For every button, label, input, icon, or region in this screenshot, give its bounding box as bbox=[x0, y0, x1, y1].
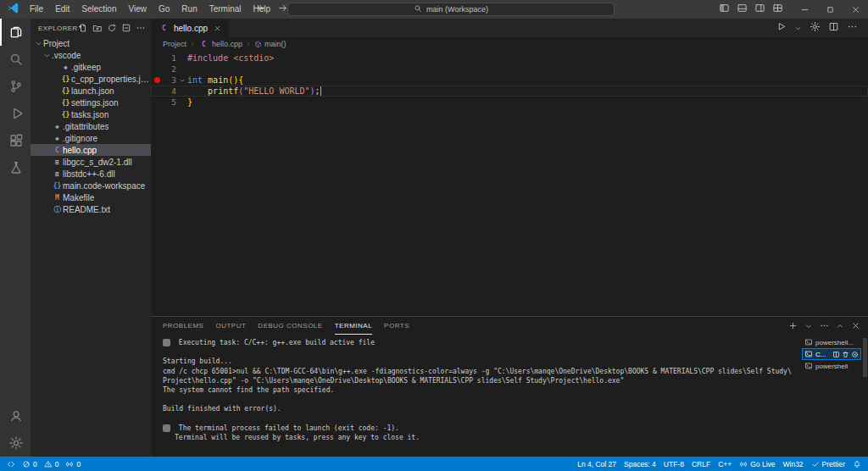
activitybar-search[interactable] bbox=[0, 46, 31, 73]
terminal-dropdown-button[interactable] bbox=[804, 319, 813, 334]
activitybar-extensions[interactable] bbox=[0, 127, 31, 154]
code-line-5[interactable]: 5} bbox=[151, 97, 868, 108]
maximize-panel-button[interactable] bbox=[836, 319, 844, 334]
back-button[interactable] bbox=[256, 2, 267, 17]
tree-item-gitignore[interactable]: ◆.gitignore bbox=[31, 132, 151, 144]
breadcrumb-project[interactable]: Project bbox=[163, 40, 186, 48]
activitybar-source-control[interactable] bbox=[0, 73, 31, 100]
more-icon bbox=[847, 21, 858, 32]
code-line-2[interactable]: 2 bbox=[151, 64, 868, 75]
terminal-tab-label: powershell... bbox=[815, 339, 854, 346]
tab-hello-cpp[interactable]: C hello.cpp bbox=[151, 19, 229, 37]
collapse-folders-button[interactable] bbox=[120, 22, 132, 34]
terminal-scrollbar[interactable] bbox=[863, 338, 867, 377]
run-settings-button[interactable] bbox=[810, 20, 821, 36]
status-warnings[interactable]: 0 bbox=[44, 460, 59, 468]
tree-item-libstdc-6-dll[interactable]: ≡libstdc++-6.dll bbox=[31, 168, 151, 180]
activitybar-account[interactable] bbox=[0, 402, 31, 429]
line-number: 5 bbox=[163, 97, 176, 107]
tree-item-launch-json[interactable]: {}launch.json bbox=[31, 85, 151, 97]
activitybar-run-debug[interactable] bbox=[0, 100, 31, 127]
code-line-4[interactable]: 4 printf("HELLO WORLD"); bbox=[151, 86, 868, 97]
files-icon bbox=[8, 25, 24, 40]
menu-terminal[interactable]: Terminal bbox=[203, 0, 248, 19]
toggle-secondary-sidebar-button[interactable] bbox=[754, 2, 765, 17]
close-window-button[interactable] bbox=[843, 0, 868, 19]
status-ports[interactable]: 0 bbox=[65, 460, 81, 468]
status-cursor-position[interactable]: Ln 4, Col 27 bbox=[577, 460, 616, 468]
maximize-button[interactable] bbox=[817, 0, 843, 19]
terminal-split-button[interactable] bbox=[832, 351, 840, 358]
status-remote[interactable] bbox=[7, 460, 15, 468]
terminal-tab-c[interactable]: C... bbox=[802, 348, 861, 360]
tree-item-project[interactable]: Project bbox=[31, 37, 151, 49]
tree-item-gitkeep[interactable]: ◆.gitkeep bbox=[31, 61, 151, 73]
activitybar-testing[interactable] bbox=[0, 154, 31, 181]
terminal-tab-powershell[interactable]: powershell... bbox=[802, 336, 861, 348]
run-dropdown-button[interactable] bbox=[794, 20, 802, 36]
tree-item-makefile[interactable]: MMakefile bbox=[31, 191, 151, 203]
tree-item-c-cpp-properties-json[interactable]: {}c_cpp_properties.json bbox=[31, 73, 151, 85]
tree-item-gitattributes[interactable]: ◆.gitattributes bbox=[31, 120, 151, 132]
new-file-button[interactable] bbox=[77, 22, 89, 34]
testing-icon bbox=[8, 160, 24, 175]
menu-selection[interactable]: Selection bbox=[75, 0, 122, 19]
breadcrumb-main[interactable]: main() bbox=[254, 40, 287, 48]
code-line-1[interactable]: 1#include <cstdio> bbox=[151, 53, 868, 64]
terminal-output[interactable]: Executing task: C/C++: g++.exe build act… bbox=[163, 338, 800, 442]
status-platform[interactable]: Win32 bbox=[783, 460, 804, 468]
code-editor[interactable]: 1#include <cstdio>23int main(){4 printf(… bbox=[151, 53, 868, 108]
tree-item-vscode[interactable]: .vscode bbox=[31, 49, 151, 61]
status-indentation[interactable]: Spaces: 4 bbox=[624, 460, 656, 468]
status-go-live[interactable]: Go Live bbox=[739, 460, 775, 468]
breadcrumb-hello-cpp[interactable]: Chello.cpp bbox=[198, 40, 242, 48]
panel-tab-terminal[interactable]: TERMINAL bbox=[335, 317, 372, 335]
refresh-explorer-button[interactable] bbox=[106, 22, 118, 34]
status-eol[interactable]: CRLF bbox=[692, 460, 710, 468]
fold-gutter[interactable] bbox=[176, 77, 187, 84]
panel-tab-ports[interactable]: PORTS bbox=[384, 317, 409, 335]
tab-close-icon[interactable] bbox=[214, 25, 221, 32]
panel-tab-problems[interactable]: PROBLEMS bbox=[163, 317, 203, 335]
menu-view[interactable]: View bbox=[123, 0, 153, 19]
activitybar-explorer[interactable] bbox=[0, 19, 31, 46]
status-language-mode[interactable]: C++ bbox=[718, 460, 732, 468]
split-editor-button[interactable] bbox=[828, 20, 839, 36]
toggle-sidebar-button[interactable] bbox=[719, 2, 730, 17]
tree-item-main-code-workspace[interactable]: {}main.code-workspace bbox=[31, 180, 151, 191]
activitybar-settings[interactable] bbox=[0, 429, 31, 457]
customize-layout-button[interactable] bbox=[772, 2, 783, 17]
panel-more-button[interactable] bbox=[820, 319, 829, 334]
tree-item-settings-json[interactable]: {}settings.json bbox=[31, 97, 151, 108]
tree-item-hello-cpp[interactable]: Chello.cpp bbox=[31, 144, 151, 156]
menu-edit[interactable]: Edit bbox=[49, 0, 75, 19]
menu-go[interactable]: Go bbox=[153, 0, 175, 19]
code-line-3[interactable]: 3int main(){ bbox=[151, 75, 868, 86]
breakpoint-gutter[interactable] bbox=[151, 77, 163, 83]
tree-item-libgcc-s-dw2-1-dll[interactable]: ≡libgcc_s_dw2-1.dll bbox=[31, 156, 151, 168]
status-encoding[interactable]: UTF-8 bbox=[664, 460, 684, 468]
terminal-tab-powershell[interactable]: powershell bbox=[802, 360, 861, 372]
tree-item-tasks-json[interactable]: {}tasks.json bbox=[31, 108, 151, 120]
explorer-more-button[interactable] bbox=[135, 22, 147, 34]
terminal-close-circle-button[interactable] bbox=[851, 351, 859, 358]
menu-file[interactable]: File bbox=[24, 0, 49, 19]
new-terminal-button[interactable] bbox=[788, 319, 798, 334]
command-center-search[interactable]: main (Workspace) bbox=[287, 3, 615, 16]
status-errors[interactable]: 0 bbox=[22, 460, 37, 468]
new-folder-button[interactable] bbox=[92, 22, 103, 34]
tree-item-label: tasks.json bbox=[71, 110, 108, 119]
status-notifications[interactable] bbox=[853, 460, 861, 468]
panel-tab-output[interactable]: OUTPUT bbox=[215, 317, 246, 335]
menu-run[interactable]: Run bbox=[175, 0, 203, 19]
run-file-button[interactable] bbox=[776, 20, 787, 36]
minimize-button[interactable] bbox=[792, 0, 817, 19]
panel-tab-debug-console[interactable]: DEBUG CONSOLE bbox=[258, 317, 322, 335]
toggle-panel-button[interactable] bbox=[737, 2, 748, 17]
tree-item-readme-txt[interactable]: ⓘREADME.txt bbox=[31, 203, 151, 215]
terminal-trash-button[interactable] bbox=[842, 351, 849, 358]
layout-right-icon bbox=[754, 3, 765, 14]
editor-more-button[interactable] bbox=[847, 20, 858, 36]
close-panel-button[interactable] bbox=[851, 319, 860, 334]
status-prettier[interactable]: Prettier bbox=[811, 460, 845, 468]
